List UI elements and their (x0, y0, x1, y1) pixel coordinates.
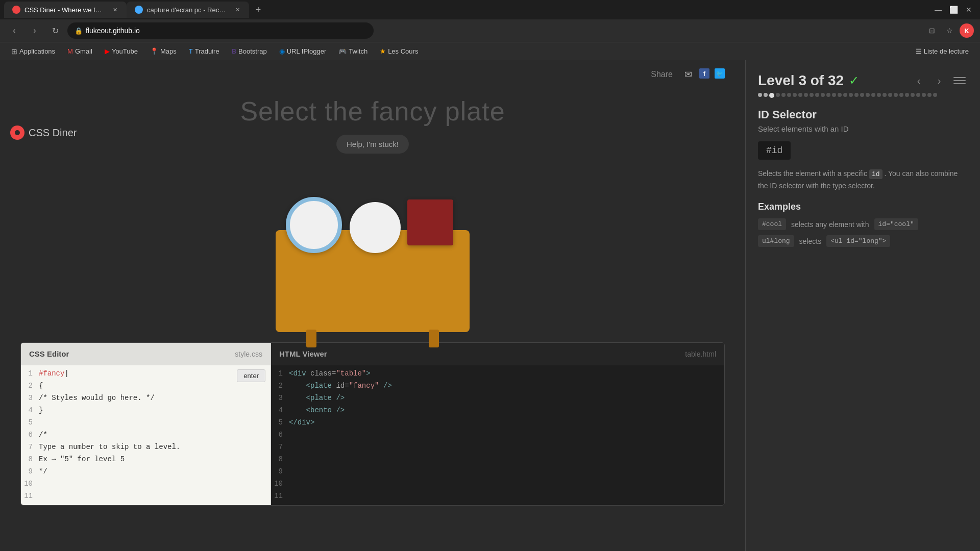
example-1-code2: id="cool" (874, 218, 918, 230)
css-line-6: 6 /* (21, 431, 271, 443)
css-enter-button[interactable]: enter (237, 369, 265, 382)
main-content: CSS Diner Share ✉ f 🐦 Select the fancy p… (0, 60, 980, 551)
dot-27 (905, 93, 909, 97)
dot-30 (922, 93, 926, 97)
example-row-1: #cool selects any element with id="cool" (758, 218, 968, 230)
dot-16 (843, 93, 847, 97)
html-line-5: 5 </div> (271, 418, 724, 431)
bookmark-bootstrap[interactable]: B Bootstrap (227, 44, 272, 59)
normal-plate (350, 202, 401, 253)
bookmark-les-cours[interactable]: ★ Les Cours (375, 44, 423, 59)
right-panel: Level 3 of 32 ✓ ‹ › (745, 60, 980, 551)
dot-1 (758, 93, 762, 97)
html-line-8: 8 (271, 455, 724, 467)
window-controls: — ⬜ ✕ (931, 3, 976, 17)
css-line-3: 3 /* Styles would go here. */ (21, 394, 271, 406)
bookmark-les-cours-label: Les Cours (388, 47, 418, 55)
tab-2-close[interactable]: ✕ (234, 6, 241, 14)
tab-1-close[interactable]: ✕ (112, 6, 118, 14)
url-input[interactable]: 🔒 flukeout.github.io (67, 22, 374, 39)
explanation-code-inline: id (869, 169, 883, 179)
tab-1[interactable]: CSS Diner - Where we feast on C... ✕ (4, 2, 127, 18)
profile-avatar[interactable]: K (960, 23, 974, 38)
dot-6 (787, 93, 791, 97)
bookmark-traduire[interactable]: T Traduire (184, 44, 225, 59)
bookmark-youtube[interactable]: ▶ YouTube (100, 44, 143, 59)
new-tab-button[interactable]: + (251, 3, 265, 17)
css-editor-panel: CSS Editor style.css enter 1 #fancy| 2 {… (21, 343, 271, 505)
maximize-button[interactable]: ⬜ (946, 3, 961, 17)
share-bar: Share ✉ f 🐦 (0, 60, 745, 81)
css-line-2: 2 { (21, 382, 271, 394)
bookmark-maps-label: Maps (160, 47, 177, 55)
prev-level-button[interactable]: ‹ (911, 72, 927, 89)
share-email-icon[interactable]: ✉ (682, 68, 694, 81)
toolbar-icons: ⊡ ☆ K (925, 23, 974, 38)
gmail-icon: M (67, 47, 73, 55)
bookmark-reading-list[interactable]: ☰ Liste de lecture (911, 44, 974, 59)
css-editor-content[interactable]: enter 1 #fancy| 2 { 3 /* Styles would go… (21, 365, 271, 505)
selector-explanation: Selects the element with a specific id .… (758, 168, 968, 191)
tab-2-favicon (135, 6, 143, 14)
share-facebook-icon[interactable]: f (699, 68, 709, 79)
html-line-9: 9 (271, 467, 724, 480)
dot-26 (899, 93, 903, 97)
bookmark-maps[interactable]: 📍 Maps (145, 44, 182, 59)
next-level-button[interactable]: › (931, 72, 947, 89)
bookmark-gmail[interactable]: M Gmail (62, 44, 97, 59)
bookmark-urliplogger[interactable]: ◉ URL IPlogger (274, 44, 332, 59)
css-line-4: 4 } (21, 406, 271, 418)
address-bar: ‹ › ↻ 🔒 flukeout.github.io ⊡ ☆ K (0, 19, 980, 42)
minimize-button[interactable]: — (931, 3, 945, 17)
back-button[interactable]: ‹ (6, 22, 22, 39)
dot-3 (769, 93, 774, 98)
twitch-icon: 🎮 (338, 47, 347, 55)
cast-icon[interactable]: ⊡ (925, 23, 939, 38)
lock-icon: 🔒 (75, 27, 83, 35)
css-line-12: 12 (21, 504, 271, 505)
bookmark-bootstrap-label: Bootstrap (238, 47, 267, 55)
example-1-text: selects any element with (791, 220, 869, 229)
dot-13 (826, 93, 830, 97)
css-line-7: 7 Type a number to skip to a level. (21, 443, 271, 455)
html-viewer-tab-label: HTML Viewer (279, 349, 327, 358)
level-check-icon: ✓ (849, 73, 859, 88)
html-line-6: 6 (271, 431, 724, 443)
bookmarks-bar: ⊞ Applications M Gmail ▶ YouTube 📍 Maps … (0, 42, 980, 60)
tab-2[interactable]: capture d'ecran pc - Recherche ... ✕ (127, 2, 249, 18)
example-2-code2: <ul id="long"> (826, 235, 890, 247)
bookmark-twitch[interactable]: 🎮 Twitch (333, 44, 373, 59)
dot-19 (860, 93, 864, 97)
levels-menu-button[interactable] (951, 72, 968, 89)
explanation-text-before: Selects the element with a specific (758, 169, 867, 178)
dot-12 (821, 93, 825, 97)
bookmark-applications[interactable]: ⊞ Applications (6, 44, 60, 59)
urliplogger-icon: ◉ (279, 47, 285, 55)
share-twitter-icon[interactable]: 🐦 (715, 68, 725, 79)
dot-32 (933, 93, 937, 97)
menu-line-1 (953, 77, 966, 78)
html-line-7: 7 (271, 443, 724, 455)
level-navigation: ‹ › (911, 72, 968, 89)
close-window-button[interactable]: ✕ (962, 3, 976, 17)
logo-icon (10, 126, 24, 140)
dot-14 (832, 93, 836, 97)
example-2-text: selects (799, 237, 822, 245)
dot-8 (798, 93, 802, 97)
bookmark-applications-label: Applications (19, 47, 55, 55)
dot-17 (849, 93, 853, 97)
html-viewer-content: 1 <div class="table"> 2 <plate id="fancy… (271, 365, 724, 505)
tab-bar: CSS Diner - Where we feast on C... ✕ cap… (0, 0, 980, 19)
les-cours-icon: ★ (380, 47, 386, 55)
help-button[interactable]: Help, I'm stuck! (336, 135, 409, 154)
bookmark-star-icon[interactable]: ☆ (942, 23, 957, 38)
game-title: Select the fancy plate (0, 96, 745, 127)
forward-button[interactable]: › (27, 22, 43, 39)
html-viewer-file-label: table.html (685, 350, 716, 358)
reload-button[interactable]: ↻ (47, 22, 63, 39)
selector-syntax-box: #id (758, 141, 791, 160)
dot-22 (877, 93, 881, 97)
bookmark-traduire-label: Traduire (195, 47, 219, 55)
dot-4 (776, 93, 780, 97)
examples-title: Examples (758, 202, 968, 212)
